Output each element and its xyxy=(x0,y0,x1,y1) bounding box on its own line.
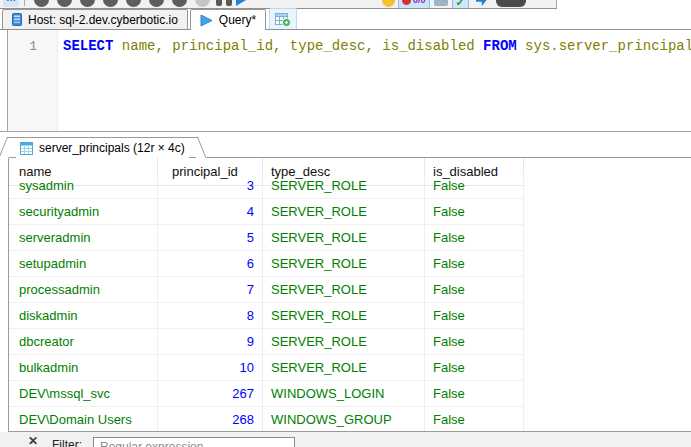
grid-cell[interactable]: SERVER_ROLE xyxy=(263,277,425,303)
grid-cell[interactable]: SERVER_ROLE xyxy=(263,251,425,277)
new-query-tab-button[interactable] xyxy=(269,8,297,29)
counter-badge: 0/0 xyxy=(413,0,426,5)
query-tab[interactable]: Query* xyxy=(190,9,266,30)
grid-row[interactable]: setupadmin6SERVER_ROLEFalse xyxy=(9,251,691,277)
server-icon xyxy=(12,13,22,26)
grid-cell[interactable]: False xyxy=(425,329,524,355)
grid-cell[interactable]: False xyxy=(425,407,524,432)
grid-row[interactable]: diskadmin8SERVER_ROLEFalse xyxy=(9,303,691,329)
results-tab[interactable]: server_principals (12r × 4c) xyxy=(16,137,189,158)
results-tab-label: server_principals (12r × 4c) xyxy=(39,141,185,155)
grid-cell[interactable]: SERVER_ROLE xyxy=(263,199,425,225)
sql-identifier: sys.server_principals; xyxy=(517,38,691,54)
sql-keyword: FROM xyxy=(483,38,517,54)
row-filler xyxy=(524,199,691,225)
grid-cell[interactable]: 6 xyxy=(158,251,263,277)
grid-cell[interactable]: 5 xyxy=(158,225,263,251)
grid-cell[interactable]: False xyxy=(425,173,524,199)
grid-cell[interactable]: sysadmin xyxy=(9,173,158,199)
filter-toolbar-icon[interactable] xyxy=(434,0,448,6)
toolbar-button[interactable] xyxy=(496,0,526,7)
toolbar-button[interactable] xyxy=(57,0,72,7)
grid-cell[interactable]: False xyxy=(425,277,524,303)
grid-row[interactable]: serveradmin5SERVER_ROLEFalse xyxy=(9,225,691,251)
toolbar-button[interactable] xyxy=(103,0,118,7)
stop-button[interactable]: 0/0 xyxy=(398,0,430,9)
grid-cell[interactable]: securityadmin xyxy=(9,199,158,225)
grid-cell[interactable]: SERVER_ROLE xyxy=(263,173,425,199)
grid-cell[interactable]: dbcreator xyxy=(9,329,158,355)
grid-row[interactable]: bulkadmin10SERVER_ROLEFalse xyxy=(9,355,691,381)
run-icon[interactable] xyxy=(236,0,246,6)
grid-row[interactable]: sysadmin3SERVER_ROLEFalse xyxy=(9,173,691,199)
grid-cell[interactable]: setupadmin xyxy=(9,251,158,277)
row-filler xyxy=(524,329,691,355)
toolbar-button[interactable] xyxy=(34,0,49,7)
grid-cell[interactable]: False xyxy=(425,199,524,225)
toolbar-separator xyxy=(24,0,25,6)
check-icon xyxy=(456,0,465,9)
query-editor[interactable]: 1 SELECT name, principal_id, type_desc, … xyxy=(0,30,691,132)
grid-row[interactable]: dbcreator9SERVER_ROLEFalse xyxy=(9,329,691,355)
connection-tab-label: Host: sql-2.dev.cyberbotic.io xyxy=(28,13,178,27)
grid-cell[interactable]: diskadmin xyxy=(9,303,158,329)
grid-cell[interactable]: DEV\Domain Users xyxy=(9,407,158,432)
grid-cell[interactable]: 10 xyxy=(158,355,263,381)
query-tab-label: Query* xyxy=(219,13,256,27)
query-editor-frame: 1 SELECT name, principal_id, type_desc, … xyxy=(7,30,691,131)
grid-cell[interactable]: False xyxy=(425,355,524,381)
grid-cell[interactable]: 268 xyxy=(158,407,263,432)
sql-keyword: SELECT xyxy=(63,38,113,54)
grid-cell[interactable]: False xyxy=(425,303,524,329)
grid-cell[interactable]: False xyxy=(425,381,524,407)
grid-cell[interactable]: False xyxy=(425,225,524,251)
next-icon[interactable] xyxy=(476,0,487,6)
app-window: 0/0 Host: sql-2.dev.cyberbotic.io Query* xyxy=(0,0,691,447)
grid-row[interactable]: securityadmin4SERVER_ROLEFalse xyxy=(9,199,691,225)
grid-row[interactable]: processadmin7SERVER_ROLEFalse xyxy=(9,277,691,303)
grid-row[interactable]: DEV\mssql_svc267WINDOWS_LOGINFalse xyxy=(9,381,691,407)
grid-cell[interactable]: serveradmin xyxy=(9,225,158,251)
grid-cell[interactable]: SERVER_ROLE xyxy=(263,225,425,251)
grid-cell[interactable]: 3 xyxy=(158,173,263,199)
grid-cell[interactable]: WINDOWS_LOGIN xyxy=(263,381,425,407)
toolbar-button[interactable] xyxy=(226,0,232,6)
grid-cell[interactable]: SERVER_ROLE xyxy=(263,303,425,329)
toolbar-button[interactable] xyxy=(216,0,222,6)
results-grid: nameprincipal_idtype_descis_disabled sys… xyxy=(0,157,691,432)
more-commands-icon[interactable] xyxy=(3,0,19,7)
connection-tab[interactable]: Host: sql-2.dev.cyberbotic.io xyxy=(2,9,188,29)
help-icon[interactable] xyxy=(382,0,395,7)
toolbar-button[interactable] xyxy=(172,0,187,7)
grid-cell[interactable]: 4 xyxy=(158,199,263,225)
play-icon xyxy=(200,14,213,27)
row-filler xyxy=(524,277,691,303)
grid-cell[interactable]: processadmin xyxy=(9,277,158,303)
line-number-gutter: 1 xyxy=(8,30,58,131)
toolbar-button[interactable] xyxy=(80,0,95,7)
grid-cell[interactable]: 7 xyxy=(158,277,263,303)
row-filler xyxy=(524,303,691,329)
apply-button[interactable] xyxy=(452,0,469,9)
grid-cell[interactable]: bulkadmin xyxy=(9,355,158,381)
grid-cell[interactable]: SERVER_ROLE xyxy=(263,329,425,355)
sql-line[interactable]: SELECT name, principal_id, type_desc, is… xyxy=(58,30,691,131)
clear-filter-icon[interactable] xyxy=(28,434,38,447)
toolbar-button[interactable] xyxy=(126,0,141,7)
grid-cell[interactable]: 8 xyxy=(158,303,263,329)
grid-cell[interactable]: 9 xyxy=(158,329,263,355)
grid-row[interactable]: DEV\Domain Users268WINDOWS_GROUPFalse xyxy=(9,407,691,432)
grid-cell[interactable]: DEV\mssql_svc xyxy=(9,381,158,407)
toolbar-button[interactable] xyxy=(195,0,210,7)
filter-input[interactable] xyxy=(93,437,295,447)
results-grid-inner: nameprincipal_idtype_descis_disabled sys… xyxy=(8,157,691,432)
toolbar-button[interactable] xyxy=(149,0,164,7)
grid-cell[interactable]: WINDOWS_GROUP xyxy=(263,407,425,432)
grid-cell[interactable]: False xyxy=(425,251,524,277)
grid-cell[interactable]: SERVER_ROLE xyxy=(263,355,425,381)
table-icon xyxy=(20,142,33,155)
grid-body[interactable]: sysadmin3SERVER_ROLEFalsesecurityadmin4S… xyxy=(9,173,691,432)
grid-cell[interactable]: 267 xyxy=(158,381,263,407)
filter-bar: Filter: xyxy=(0,432,691,447)
main-tab-strip: Host: sql-2.dev.cyberbotic.io Query* xyxy=(0,9,691,30)
